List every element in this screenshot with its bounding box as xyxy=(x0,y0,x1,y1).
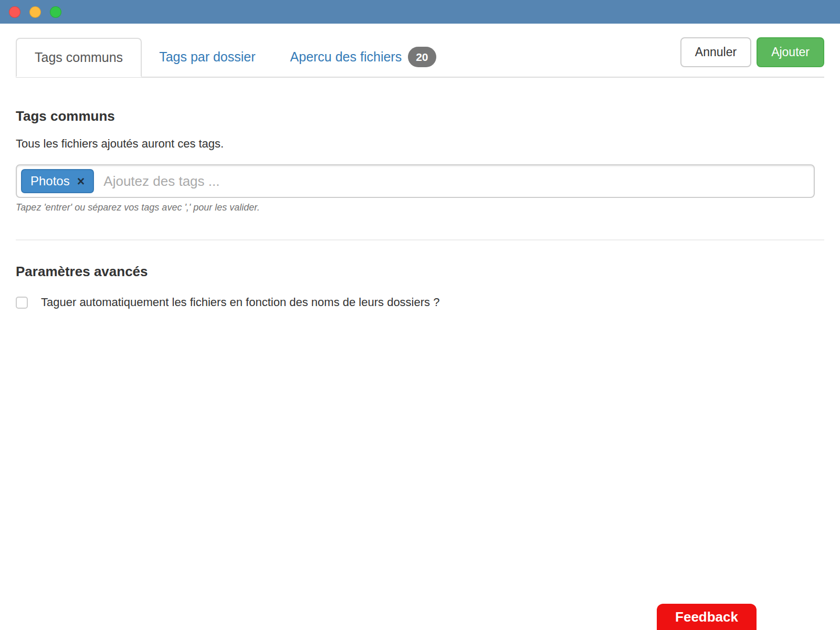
auto-tag-checkbox[interactable] xyxy=(16,297,28,309)
feedback-button[interactable]: Feedback xyxy=(657,604,757,630)
tab-tags-communs[interactable]: Tags communs xyxy=(16,38,142,77)
tab-tags-par-dossier[interactable]: Tags par dossier xyxy=(142,37,272,77)
main-content: Tags communs Tags par dossier Apercu des… xyxy=(0,37,840,309)
tab-bar: Tags communs Tags par dossier Apercu des… xyxy=(16,37,824,78)
close-icon[interactable] xyxy=(9,6,20,18)
advanced-settings-title: Paramètres avancés xyxy=(16,264,824,280)
tag-input-hint: Tapez 'entrer' ou séparez vos tags avec … xyxy=(16,202,824,213)
section-divider xyxy=(16,239,824,240)
common-tags-description: Tous les fichiers ajoutés auront ces tag… xyxy=(16,137,824,151)
tab-label: Tags communs xyxy=(35,50,123,65)
submit-button[interactable]: Ajouter xyxy=(757,37,824,67)
tag-chip-label: Photos xyxy=(30,174,70,188)
tag-input[interactable] xyxy=(103,173,810,190)
window-titlebar xyxy=(0,0,840,24)
cancel-button[interactable]: Annuler xyxy=(680,37,751,67)
tag-input-container[interactable]: Photos × xyxy=(16,164,815,198)
minimize-icon[interactable] xyxy=(29,6,41,18)
common-tags-title: Tags communs xyxy=(16,108,824,124)
auto-tag-checkbox-label[interactable]: Taguer automatiquement les fichiers en f… xyxy=(41,296,439,309)
auto-tag-option: Taguer automatiquement les fichiers en f… xyxy=(16,296,824,309)
tab-label: Apercu des fichiers xyxy=(290,49,402,65)
tag-chip-photos: Photos × xyxy=(21,169,94,193)
header-actions: Annuler Ajouter xyxy=(680,37,824,67)
zoom-icon[interactable] xyxy=(50,6,61,18)
remove-tag-icon[interactable]: × xyxy=(77,175,85,188)
file-count-badge: 20 xyxy=(408,47,436,67)
tab-apercu-des-fichiers[interactable]: Apercu des fichiers 20 xyxy=(273,37,454,77)
tab-label: Tags par dossier xyxy=(159,49,255,65)
